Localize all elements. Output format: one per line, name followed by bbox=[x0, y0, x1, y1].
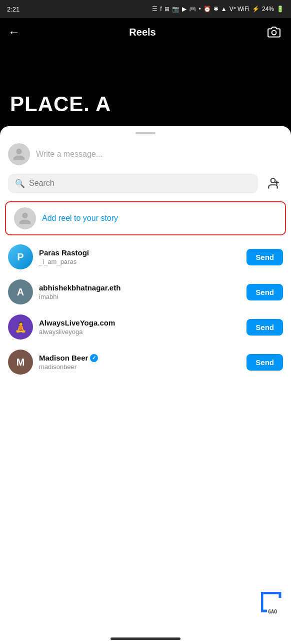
reel-title: PLACE. A bbox=[10, 92, 111, 116]
contact-info: Madison Beer✓madisonbeer bbox=[39, 354, 240, 371]
contact-row: PParas Rastogi_i_am_parasSend bbox=[0, 239, 291, 274]
contact-avatar: M bbox=[8, 350, 33, 375]
contact-name: abhishekbhatnagar.eth bbox=[39, 283, 240, 292]
svg-point-1 bbox=[271, 178, 276, 183]
send-button[interactable]: Send bbox=[246, 319, 283, 336]
send-button[interactable]: Send bbox=[246, 284, 283, 300]
contact-info: abhishekbhatnagar.ethimabhi bbox=[39, 283, 240, 300]
home-indicator bbox=[110, 637, 180, 640]
contact-info: Paras Rastogi_i_am_paras bbox=[39, 248, 240, 265]
add-story-label: Add reel to your story bbox=[42, 214, 118, 223]
contact-handle: imabhi bbox=[39, 293, 240, 300]
search-container: 🔍 bbox=[8, 174, 258, 193]
sheet-handle bbox=[136, 132, 156, 134]
add-story-row[interactable]: Add reel to your story bbox=[5, 201, 286, 235]
status-time: 2:21 bbox=[7, 6, 20, 13]
send-button[interactable]: Send bbox=[246, 249, 283, 265]
camera-button[interactable] bbox=[265, 23, 283, 41]
contact-row: Aabhishekbhatnagar.ethimabhiSend bbox=[0, 274, 291, 309]
watermark: GAO bbox=[261, 592, 286, 619]
contact-info: AlwaysLiveYoga.comalwaysliveyoga bbox=[39, 318, 240, 336]
send-button[interactable]: Send bbox=[246, 354, 283, 371]
sheet-handle-container bbox=[0, 126, 291, 138]
reel-background: PLACE. A bbox=[0, 46, 291, 126]
svg-text:GAO: GAO bbox=[268, 609, 277, 614]
verified-badge: ✓ bbox=[90, 354, 98, 362]
contact-handle: alwaysliveyoga bbox=[39, 328, 240, 336]
contact-handle: madisonbeer bbox=[39, 363, 240, 371]
page-title: Reels bbox=[129, 27, 156, 38]
nav-bar: ← Reels bbox=[0, 18, 291, 46]
search-input[interactable] bbox=[29, 179, 251, 188]
contact-name: Paras Rastogi bbox=[39, 248, 240, 257]
status-icons: ☰ f ⊞ 📷 ▶ 🎮 • ⏰ ✱ ▲ Vᵒ WiFi ⚡ 24% 🔋 bbox=[152, 6, 284, 13]
user-avatar bbox=[8, 143, 30, 165]
write-message-row[interactable]: Write a message... bbox=[0, 138, 291, 173]
status-bar: 2:21 ☰ f ⊞ 📷 ▶ 🎮 • ⏰ ✱ ▲ Vᵒ WiFi ⚡ 24% 🔋 bbox=[0, 0, 291, 18]
contact-name: AlwaysLiveYoga.com bbox=[39, 318, 240, 327]
bottom-sheet: Write a message... 🔍 Add reel to your st… bbox=[0, 126, 291, 644]
contact-handle: _i_am_paras bbox=[39, 258, 240, 265]
search-row: 🔍 bbox=[0, 173, 291, 201]
contact-avatar: A bbox=[8, 279, 33, 304]
contact-row: 🧘AlwaysLiveYoga.comalwaysliveyogaSend bbox=[0, 309, 291, 345]
back-button[interactable]: ← bbox=[8, 25, 20, 39]
write-message-placeholder[interactable]: Write a message... bbox=[36, 150, 102, 159]
contact-name: Madison Beer✓ bbox=[39, 354, 240, 362]
contact-avatar: 🧘 bbox=[8, 314, 33, 340]
svg-point-0 bbox=[272, 31, 276, 35]
contact-row: MMadison Beer✓madisonbeerSend bbox=[0, 345, 291, 380]
search-icon: 🔍 bbox=[15, 179, 25, 188]
add-person-button[interactable] bbox=[263, 173, 283, 193]
contacts-list: PParas Rastogi_i_am_parasSendAabhishekbh… bbox=[0, 239, 291, 380]
story-avatar bbox=[14, 207, 36, 229]
contact-avatar: P bbox=[8, 244, 33, 269]
